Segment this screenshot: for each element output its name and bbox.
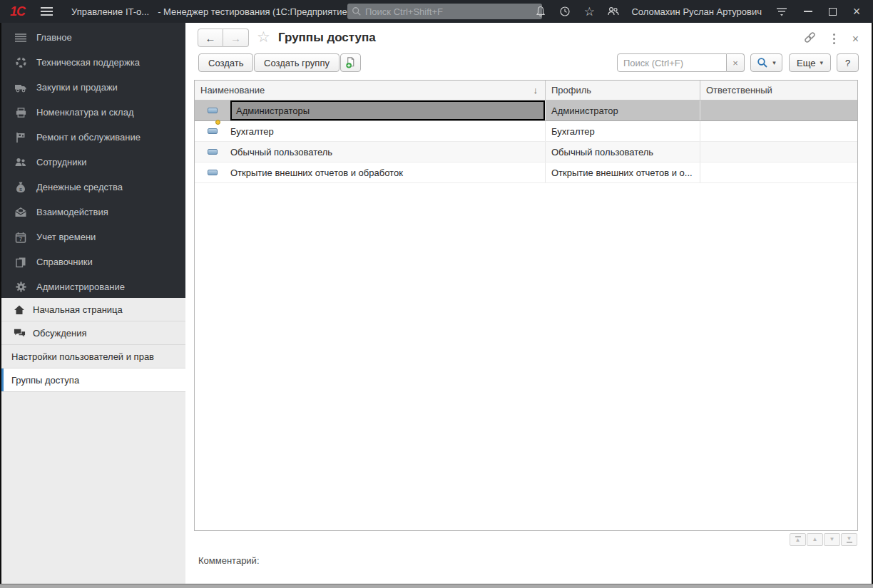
more-actions-button[interactable]: Еще ▾ (789, 53, 831, 72)
cell-profile[interactable]: Открытие внешних отчетов и о... (546, 163, 700, 182)
form-close-icon[interactable]: × (852, 33, 859, 45)
access-groups-table: Наименование ↓ Профиль Ответственный Адм… (194, 80, 858, 531)
envelope-icon (14, 206, 27, 219)
cell-profile[interactable]: Обычный пользователь (546, 142, 700, 162)
money-bag-icon: s (14, 181, 27, 194)
sidebar-item-employees[interactable]: Сотрудники (1, 150, 185, 175)
menu-lines-icon (14, 31, 27, 44)
sidebar-item-access-groups[interactable]: Группы доступа (1, 368, 185, 392)
copy-item-button[interactable] (340, 53, 361, 72)
cell-name: Открытие внешних отчетов и обработок (230, 167, 403, 178)
access-group-icon (195, 170, 230, 175)
svg-text:7: 7 (19, 236, 22, 242)
cell-profile[interactable]: Бухгалтер (546, 121, 700, 141)
current-marker-dot (215, 120, 220, 125)
sidebar-item-money[interactable]: s Денежные средства (1, 175, 185, 200)
sidebar-item-label: Учет времени (36, 232, 96, 242)
sidebar-item-nomenclature-warehouse[interactable]: Номенклатура и склад (1, 100, 185, 125)
sidebar-pages: Начальная страница Обсуждения Настройки … (1, 298, 185, 584)
sidebar-item-label: Техническая поддержка (36, 57, 140, 68)
sidebar-item-repair-maintenance[interactable]: Ремонт и обслуживание (1, 125, 185, 150)
maximize-button[interactable] (820, 0, 844, 23)
sidebar-item-label: Настройки пользователей и прав (11, 351, 154, 362)
back-button[interactable]: ← (198, 29, 223, 47)
cell-responsible[interactable] (700, 121, 857, 141)
global-search-box[interactable] (347, 4, 542, 19)
users-icon[interactable] (601, 0, 626, 23)
service-menu-icon[interactable] (767, 0, 796, 23)
forward-button[interactable]: → (223, 29, 249, 47)
sidebar-item-user-rights-settings[interactable]: Настройки пользователей и прав (1, 345, 185, 368)
table-row[interactable]: Обычный пользователь Обычный пользовател… (195, 142, 857, 163)
access-group-icon (195, 108, 230, 113)
history-icon[interactable] (553, 0, 577, 23)
create-group-button[interactable]: Создать группу (254, 53, 340, 72)
sort-descending-icon: ↓ (534, 85, 538, 96)
chevron-down-icon: ▾ (820, 59, 823, 66)
more-label: Еще (797, 58, 815, 68)
sidebar-item-label: Группы доступа (11, 375, 79, 386)
window-close-button[interactable]: × (844, 0, 869, 23)
comment-label: Комментарий: (198, 555, 260, 566)
sidebar-item-label: Главное (36, 32, 72, 43)
create-button[interactable]: Создать (198, 53, 253, 72)
cell-name-focused[interactable]: Администраторы (230, 100, 545, 120)
chat-icon (13, 326, 26, 339)
cell-responsible[interactable] (700, 142, 857, 162)
column-header-responsible[interactable]: Ответственный (700, 81, 857, 100)
scroll-to-top-button[interactable]: ▲ (790, 533, 806, 546)
clear-search-icon[interactable]: × (727, 53, 745, 72)
sidebar-item-administration[interactable]: Администрирование (1, 274, 185, 299)
sidebar-item-discussions[interactable]: Обсуждения (1, 321, 185, 345)
sidebar-item-label: Ремонт и обслуживание (36, 132, 141, 143)
life-ring-icon (14, 56, 27, 69)
sidebar-item-interactions[interactable]: Взаимодействия (1, 200, 185, 225)
search-icon (352, 6, 362, 16)
sidebar-item-main[interactable]: Главное (1, 25, 185, 50)
more-menu-dots-icon[interactable] (833, 33, 835, 46)
gear-icon (14, 281, 27, 294)
list-search-input[interactable] (617, 53, 727, 72)
page-title: Группы доступа (278, 31, 376, 45)
search-options-button[interactable]: ▾ (750, 53, 782, 72)
cell-name: Бухгалтер (230, 126, 274, 137)
table-row[interactable]: Бухгалтер Бухгалтер (195, 121, 857, 142)
help-button[interactable]: ? (837, 53, 859, 72)
scroll-down-button[interactable]: ▼ (824, 533, 840, 546)
table-row[interactable]: Открытие внешних отчетов и обработок Отк… (195, 163, 857, 183)
printer-box-icon (14, 106, 27, 119)
copy-document-icon (344, 56, 357, 69)
form-header-icons: × (804, 31, 859, 46)
sidebar-item-directories[interactable]: Справочники (1, 249, 185, 274)
global-search-input[interactable] (365, 6, 538, 17)
cell-responsible[interactable] (700, 163, 857, 182)
cell-responsible[interactable] (700, 100, 857, 120)
window-bottom-frame (0, 584, 873, 588)
column-header-profile[interactable]: Профиль (546, 81, 700, 100)
scroll-to-bottom-button[interactable]: ▼ (841, 533, 857, 546)
cell-profile[interactable]: Администратор (546, 100, 700, 120)
sidebar-item-label: Взаимодействия (36, 207, 108, 217)
sidebar-item-tech-support[interactable]: Техническая поддержка (1, 50, 185, 75)
current-user-name[interactable]: Соломахин Руслан Артурович (631, 6, 762, 17)
get-link-icon[interactable] (804, 31, 816, 46)
main-menu-icon[interactable] (41, 7, 53, 16)
calendar-7-icon: 7 (14, 231, 27, 244)
window-titlebar: 1С Управление IT-о... - Менеджер тестиро… (0, 0, 873, 23)
sidebar-item-home[interactable]: Начальная страница (1, 298, 185, 321)
sidebar: Главное Техническая поддержка Закупки и … (1, 23, 185, 584)
add-favorite-star-icon[interactable]: ☆ (257, 29, 270, 46)
column-header-name[interactable]: Наименование ↓ (195, 81, 546, 100)
scroll-up-button[interactable]: ▲ (807, 533, 823, 546)
cell-name: Обычный пользователь (230, 147, 332, 158)
history-nav-group: ← → (198, 29, 249, 47)
notifications-bell-icon[interactable] (529, 0, 553, 23)
table-row[interactable]: Администраторы Администратор (195, 100, 857, 121)
home-icon (13, 303, 26, 316)
svg-text:s: s (19, 186, 22, 192)
table-header: Наименование ↓ Профиль Ответственный (195, 81, 857, 100)
sidebar-item-time-tracking[interactable]: 7 Учет времени (1, 225, 185, 249)
minimize-button[interactable] (796, 0, 820, 23)
favorites-star-icon[interactable]: ☆ (577, 0, 601, 23)
sidebar-item-purchases-sales[interactable]: Закупки и продажи (1, 75, 185, 100)
